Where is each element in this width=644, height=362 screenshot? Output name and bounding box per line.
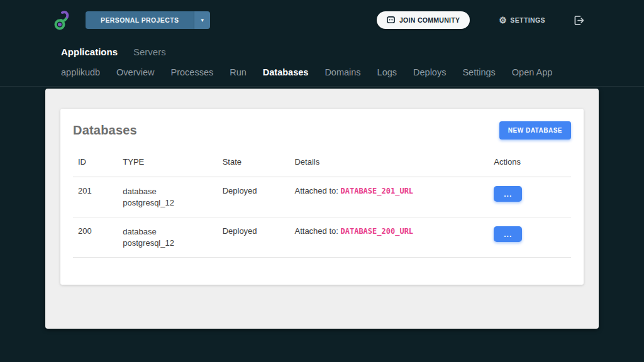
cell-id: 201 bbox=[73, 177, 118, 217]
db-type: database bbox=[123, 186, 212, 197]
subnav-item-settings[interactable]: Settings bbox=[462, 67, 495, 77]
db-engine: postgresql_12 bbox=[123, 197, 212, 209]
cell-state: Deployed bbox=[218, 177, 290, 217]
cell-id: 200 bbox=[73, 217, 118, 258]
row-actions-button[interactable]: ... bbox=[494, 226, 522, 242]
cell-state: Deployed bbox=[218, 217, 290, 258]
subnav-item-logs[interactable]: Logs bbox=[377, 67, 397, 77]
cell-actions: ... bbox=[489, 177, 571, 217]
logout-button[interactable] bbox=[574, 16, 584, 25]
row-actions-button[interactable]: ... bbox=[494, 186, 522, 202]
join-community-label: JOIN COMMUNITY bbox=[399, 16, 460, 24]
subnav-item-open-app[interactable]: Open App bbox=[512, 67, 553, 77]
page-title: Databases bbox=[73, 123, 137, 138]
appliku-logo-icon bbox=[54, 10, 70, 30]
column-header-details: Details bbox=[289, 148, 489, 177]
cell-type: database postgresql_12 bbox=[118, 177, 217, 217]
settings-button[interactable]: ⚙ SETTINGS bbox=[499, 16, 545, 25]
subnav-item-overview[interactable]: Overview bbox=[116, 67, 154, 77]
database-url-var: DATABASE_201_URL bbox=[340, 187, 413, 195]
join-community-button[interactable]: JOIN COMMUNITY bbox=[377, 11, 470, 29]
databases-table: ID TYPE State Details Actions 201 databa… bbox=[73, 148, 571, 258]
new-database-button[interactable]: NEW DATABASE bbox=[499, 121, 571, 140]
column-header-type: TYPE bbox=[118, 148, 217, 177]
subnav-item-processes[interactable]: Processes bbox=[171, 67, 214, 77]
database-url-var: DATABASE_200_URL bbox=[340, 227, 413, 236]
project-selector-button[interactable]: PERSONAL PROJECTS bbox=[86, 11, 194, 29]
subnav-item-deploys[interactable]: Deploys bbox=[413, 67, 446, 77]
cell-type: database postgresql_12 bbox=[118, 217, 217, 258]
logout-icon bbox=[574, 16, 584, 25]
content-panel: Databases NEW DATABASE ID TYPE State Det… bbox=[45, 89, 599, 329]
column-header-id: ID bbox=[73, 148, 118, 177]
subnav-item-domains[interactable]: Domains bbox=[325, 67, 360, 77]
tab-applications[interactable]: Applications bbox=[61, 47, 118, 57]
subnav-item-databases[interactable]: Databases bbox=[263, 67, 309, 77]
databases-card: Databases NEW DATABASE ID TYPE State Det… bbox=[60, 109, 584, 285]
cell-details: Attached to: DATABASE_201_URL bbox=[289, 177, 489, 217]
top-bar: PERSONAL PROJECTS ▾ JOIN COMMUNITY ⚙ SET… bbox=[0, 0, 644, 40]
project-selector: PERSONAL PROJECTS ▾ bbox=[86, 11, 210, 29]
table-row: 201 database postgresql_12 Deployed Atta… bbox=[73, 177, 571, 217]
cell-details: Attached to: DATABASE_200_URL bbox=[289, 217, 489, 258]
project-dropdown-button[interactable]: ▾ bbox=[194, 11, 210, 29]
details-prefix: Attached to: bbox=[294, 226, 340, 236]
settings-label: SETTINGS bbox=[510, 16, 545, 24]
chevron-down-icon: ▾ bbox=[201, 17, 204, 23]
details-prefix: Attached to: bbox=[294, 186, 340, 195]
tab-servers[interactable]: Servers bbox=[133, 47, 166, 57]
table-header-row: ID TYPE State Details Actions bbox=[73, 148, 571, 177]
db-engine: postgresql_12 bbox=[123, 238, 212, 249]
community-chat-icon bbox=[387, 16, 395, 25]
subnav-item-run[interactable]: Run bbox=[230, 67, 247, 77]
column-header-actions: Actions bbox=[489, 148, 571, 177]
db-type: database bbox=[123, 226, 212, 238]
cell-actions: ... bbox=[489, 217, 571, 258]
gears-icon: ⚙ bbox=[499, 16, 507, 25]
primary-tabs: Applications Servers bbox=[0, 40, 644, 65]
table-row: 200 database postgresql_12 Deployed Atta… bbox=[73, 217, 571, 258]
subnav-item-applikudb[interactable]: applikudb bbox=[61, 67, 100, 77]
column-header-state: State bbox=[218, 148, 290, 177]
app-subnav: applikudb Overview Processes Run Databas… bbox=[0, 65, 644, 87]
